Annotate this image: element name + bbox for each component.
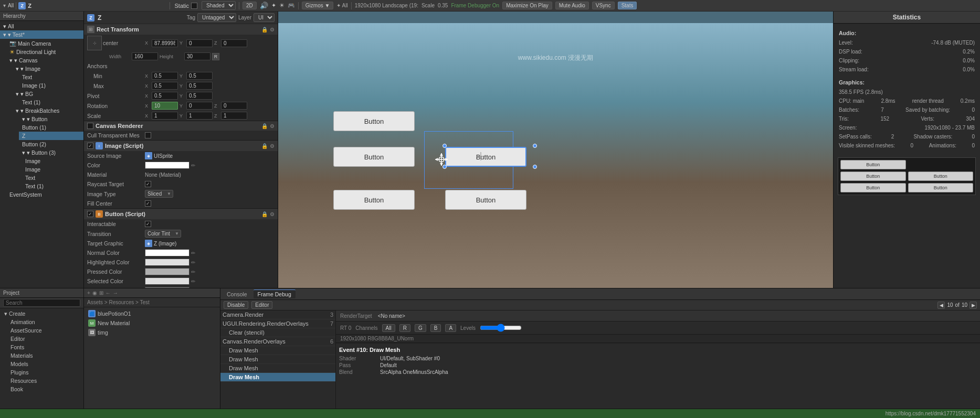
layer-dropdown[interactable]: UI: [254, 13, 275, 22]
event-ugui-overlays[interactable]: UGUI.Rendering.RenderOverlays 7: [220, 319, 335, 328]
component-lock-icon[interactable]: 🔒: [261, 27, 268, 33]
tag-dropdown[interactable]: Untagged: [197, 13, 236, 22]
hierarchy-item-image1[interactable]: Image (1): [19, 81, 83, 90]
hierarchy-item-button2[interactable]: Button (2): [19, 140, 83, 148]
project-item-models[interactable]: Models: [6, 360, 83, 368]
2d-button[interactable]: 2D: [243, 2, 257, 9]
scene-button-2[interactable]: Button: [333, 147, 415, 167]
assets-forward-icon[interactable]: →: [113, 290, 118, 296]
hierarchy-item-image-inner2[interactable]: Image: [0, 165, 83, 174]
selected-color-swatch[interactable]: [145, 277, 189, 285]
shading-mode-dropdown[interactable]: Shaded: [202, 1, 236, 10]
project-item-fonts[interactable]: Fonts: [6, 343, 83, 351]
hierarchy-item-text[interactable]: Text: [19, 73, 83, 81]
frame-prev-btn[interactable]: ◀: [937, 302, 945, 309]
stats-btn[interactable]: Stats: [618, 2, 637, 9]
editor-btn[interactable]: Editor: [251, 301, 272, 309]
console-tab[interactable]: Console: [223, 290, 251, 298]
pos-x-input[interactable]: [152, 39, 178, 47]
rect-transform-header[interactable]: ⊞ Rect Transform 🔒 ⚙: [84, 24, 278, 35]
search-filter-icon[interactable]: ⊞: [99, 290, 103, 296]
all-label[interactable]: All: [8, 3, 14, 8]
channel-a-btn[interactable]: A: [445, 324, 456, 332]
event-draw-mesh-3[interactable]: Draw Mesh: [220, 364, 335, 373]
project-item-resources[interactable]: Resources: [6, 377, 83, 385]
image-type-dropdown[interactable]: Sliced: [145, 190, 173, 198]
scale-y-input[interactable]: [186, 112, 213, 120]
frame-debug-tab[interactable]: Frame Debug: [254, 290, 296, 298]
button-script-header[interactable]: ✓ B Button (Script) 🔒 ⚙: [84, 209, 278, 219]
highlighted-color-swatch[interactable]: [145, 259, 189, 266]
asset-timg[interactable]: 🖼 timg: [87, 328, 217, 337]
hierarchy-item-button[interactable]: ▾ ▾ Button: [19, 115, 83, 123]
event-camera-render[interactable]: Camera.Render 3: [220, 310, 335, 319]
anchor-picker[interactable]: ⊹: [87, 36, 102, 50]
fx-icon[interactable]: ✦: [271, 2, 276, 9]
channel-g-btn[interactable]: G: [415, 324, 426, 332]
channel-r-btn[interactable]: R: [399, 324, 410, 332]
asset-blue-potion[interactable]: 🟦 bluePotionO1: [87, 309, 217, 318]
image-script-enable[interactable]: ✓: [87, 143, 93, 149]
hierarchy-item-image-inner[interactable]: Image: [0, 157, 83, 165]
pivot-y-input[interactable]: [186, 92, 213, 100]
hierarchy-item-text1[interactable]: Text (1): [19, 98, 83, 106]
canvas-renderer-settings-icon[interactable]: ⚙: [270, 123, 275, 129]
color-edit-icon[interactable]: ✏: [191, 163, 195, 168]
scene-button-1[interactable]: Button: [333, 111, 415, 131]
anchor-min-y-input[interactable]: [186, 72, 213, 80]
canvas-renderer-lock-icon[interactable]: 🔒: [261, 123, 268, 129]
assets-back-icon[interactable]: ←: [106, 290, 111, 296]
pos-z-input[interactable]: [221, 39, 247, 47]
hierarchy-item-button3[interactable]: ▾ ▾ Button (3): [19, 148, 83, 157]
canvas-renderer-header[interactable]: Canvas Renderer 🔒 ⚙: [84, 121, 278, 131]
event-draw-mesh-4[interactable]: Draw Mesh: [220, 373, 335, 382]
anchor-max-x-input[interactable]: [152, 82, 178, 90]
anchor-max-y-input[interactable]: [186, 82, 213, 90]
gizmos-button[interactable]: Gizmos ▼: [302, 2, 334, 9]
hierarchy-item-main-camera[interactable]: 📷 Main Camera: [6, 39, 83, 48]
raycast-checkbox[interactable]: ✓: [145, 181, 151, 187]
scale-x-input[interactable]: [152, 112, 178, 120]
scene-icon[interactable]: 🎮: [288, 2, 295, 9]
levels-slider[interactable]: [480, 324, 522, 332]
maximize-on-play-btn[interactable]: Maximize On Play: [502, 2, 552, 9]
color-swatch[interactable]: [145, 162, 189, 169]
hierarchy-item-text1-inner[interactable]: Text (1): [0, 182, 83, 190]
hierarchy-item-test[interactable]: ▾ ▾ Test*: [0, 30, 83, 39]
mute-audio-btn[interactable]: Mute Audio: [555, 2, 589, 9]
project-item-animation[interactable]: Animation: [6, 318, 83, 326]
event-draw-mesh-1[interactable]: Draw Mesh: [220, 346, 335, 355]
fill-center-checkbox[interactable]: ✓: [145, 200, 151, 207]
gizmos-all[interactable]: ✦ All: [336, 3, 347, 8]
frame-debugger-btn[interactable]: Frame Debugger On: [451, 3, 499, 8]
transition-dropdown[interactable]: Color Tint: [145, 230, 181, 238]
vsync-btn[interactable]: VSync: [592, 2, 615, 9]
selected-color-edit-icon[interactable]: ✏: [191, 278, 195, 284]
event-draw-mesh-2[interactable]: Draw Mesh: [220, 355, 335, 364]
event-clear-stencil[interactable]: Clear (stencil): [220, 328, 335, 337]
project-item-editor[interactable]: Editor: [6, 335, 83, 343]
rot-x-input[interactable]: [152, 102, 178, 110]
hierarchy-item-directional-light[interactable]: ☀ Directional Light: [6, 48, 83, 56]
reset-size-btn[interactable]: R: [212, 53, 219, 60]
hierarchy-item-break-batches[interactable]: ▾ ▾ BreakBatches: [13, 106, 83, 115]
project-item-book[interactable]: Book: [6, 385, 83, 393]
disable-btn[interactable]: Disable: [224, 301, 248, 309]
project-item-materials[interactable]: Materials: [6, 351, 83, 360]
audio-icon[interactable]: 🔊: [260, 2, 268, 9]
image-script-header[interactable]: ✓ i Image (Script) 🔒 ⚙: [84, 141, 278, 151]
pressed-color-swatch[interactable]: [145, 268, 189, 275]
static-checkbox[interactable]: [191, 3, 197, 9]
project-item-create[interactable]: ▾ Create: [0, 309, 83, 318]
highlighted-color-edit-icon[interactable]: ✏: [191, 260, 195, 265]
project-search-input[interactable]: [3, 299, 80, 307]
event-canvas-overlays[interactable]: Canvas.RenderOverlays 6: [220, 337, 335, 346]
hierarchy-item-bg[interactable]: ▾ ▾ BG: [13, 90, 83, 98]
asset-new-material[interactable]: M New Material: [87, 319, 217, 327]
all-tag[interactable]: ▾: [3, 3, 6, 8]
normal-color-swatch[interactable]: [145, 249, 189, 256]
canvas-renderer-enable[interactable]: [87, 123, 93, 129]
height-input[interactable]: [184, 52, 210, 60]
hierarchy-item-all[interactable]: ▾ All: [0, 22, 83, 30]
cull-checkbox[interactable]: [145, 132, 151, 138]
